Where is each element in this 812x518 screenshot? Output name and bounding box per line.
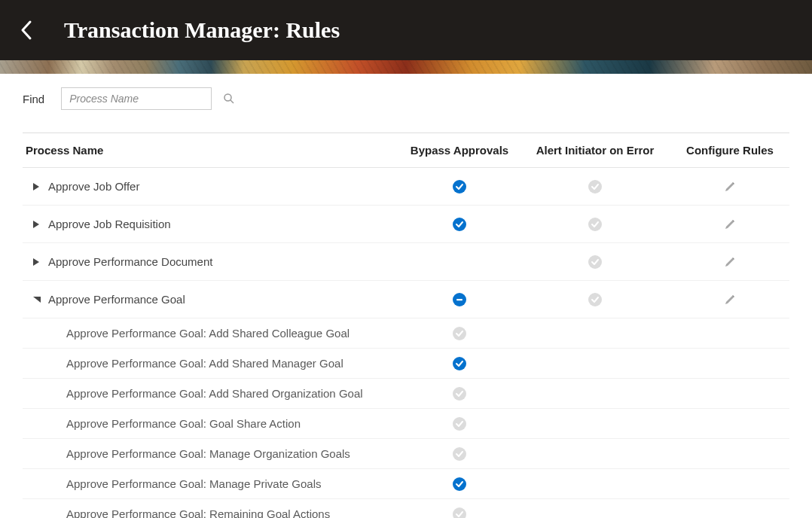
expand-button[interactable] — [33, 258, 41, 266]
expand-button[interactable] — [33, 183, 41, 190]
process-name: Approve Performance Goal: Add Shared Man… — [66, 357, 343, 370]
process-name[interactable]: Approve Job Requisition — [48, 218, 171, 230]
process-cell: Approve Performance Goal: Add Shared Col… — [23, 327, 399, 340]
check-enabled-icon[interactable] — [453, 387, 466, 401]
process-name: Approve Performance Goal: Add Shared Col… — [66, 327, 350, 340]
svg-point-7 — [588, 218, 602, 231]
find-bar: Find — [23, 87, 789, 110]
check-enabled-icon[interactable] — [453, 417, 466, 431]
process-cell: Approve Performance Document — [23, 255, 399, 268]
col-header-bypass: Bypass Approvals — [399, 144, 520, 157]
check-enabled-icon[interactable] — [588, 180, 602, 193]
alert-cell — [520, 255, 670, 269]
bypass-cell — [399, 293, 520, 306]
config-cell — [670, 294, 789, 306]
app-header: Transaction Manager: Rules — [0, 0, 812, 60]
table-row: Approve Performance Goal: Add Shared Org… — [23, 379, 789, 409]
process-name[interactable]: Approve Performance Goal — [48, 293, 185, 306]
check-enabled-icon[interactable] — [453, 477, 466, 491]
check-enabled-icon[interactable] — [453, 180, 466, 193]
table-row: Approve Performance Goal: Add Shared Col… — [23, 318, 789, 349]
svg-point-14 — [453, 327, 466, 340]
process-name: Approve Performance Goal: Remaining Goal… — [66, 507, 330, 518]
check-partial-icon[interactable] — [453, 293, 466, 306]
page-title: Transaction Manager: Rules — [64, 17, 340, 43]
col-header-alert: Alert Initiator on Error — [520, 144, 670, 157]
table-row: Approve Performance Goal — [23, 281, 789, 318]
pencil-icon — [724, 181, 736, 193]
table-row: Approve Performance Goal: Add Shared Man… — [23, 349, 789, 379]
col-header-process: Process Name — [23, 144, 399, 157]
edit-button[interactable] — [724, 256, 736, 268]
table-row: Approve Performance Goal: Manage Private… — [23, 469, 789, 499]
collapse-button[interactable] — [33, 297, 41, 303]
process-name: Approve Performance Goal: Manage Organiz… — [66, 447, 350, 460]
table-row: Approve Performance Goal: Goal Share Act… — [23, 409, 789, 439]
check-enabled-icon[interactable] — [453, 507, 466, 519]
back-button[interactable] — [15, 19, 38, 41]
find-label: Find — [23, 93, 44, 105]
alert-cell — [520, 218, 670, 231]
config-cell — [670, 256, 789, 268]
svg-marker-10 — [33, 297, 41, 303]
edit-button[interactable] — [724, 294, 736, 306]
process-name: Approve Performance Goal: Goal Share Act… — [66, 417, 301, 430]
check-enabled-icon[interactable] — [453, 218, 466, 231]
bypass-cell — [399, 387, 520, 401]
bypass-cell — [399, 180, 520, 193]
check-enabled-icon[interactable] — [588, 218, 602, 231]
process-cell: Approve Performance Goal — [23, 293, 399, 306]
svg-point-9 — [588, 255, 602, 269]
pencil-icon — [724, 294, 736, 306]
find-input[interactable] — [61, 87, 212, 110]
svg-point-19 — [453, 477, 466, 491]
process-cell: Approve Performance Goal: Remaining Goal… — [23, 507, 399, 518]
expand-button[interactable] — [33, 221, 41, 228]
svg-marker-2 — [33, 183, 39, 190]
check-enabled-icon[interactable] — [453, 327, 466, 340]
pencil-icon — [724, 256, 736, 268]
bypass-cell — [399, 327, 520, 340]
chevron-left-icon — [20, 20, 33, 41]
config-cell — [670, 181, 789, 193]
svg-point-18 — [453, 447, 466, 461]
svg-marker-8 — [33, 258, 39, 266]
bypass-cell — [399, 218, 520, 231]
svg-point-17 — [453, 417, 466, 431]
edit-button[interactable] — [724, 218, 736, 230]
svg-point-13 — [588, 293, 602, 306]
bypass-cell — [399, 417, 520, 431]
svg-marker-5 — [33, 221, 39, 228]
svg-point-3 — [453, 180, 466, 193]
check-enabled-icon[interactable] — [588, 293, 602, 306]
check-enabled-icon[interactable] — [453, 357, 466, 370]
triangle-right-icon — [33, 221, 39, 228]
process-cell: Approve Job Offer — [23, 180, 399, 193]
alert-cell — [520, 293, 670, 306]
process-cell: Approve Job Requisition — [23, 218, 399, 230]
process-name[interactable]: Approve Performance Document — [48, 255, 212, 268]
edit-button[interactable] — [724, 181, 736, 193]
svg-point-15 — [453, 357, 466, 370]
check-enabled-icon[interactable] — [453, 447, 466, 461]
rules-table: Process Name Bypass Approvals Alert Init… — [23, 133, 789, 518]
col-header-config: Configure Rules — [670, 144, 789, 157]
check-enabled-icon[interactable] — [588, 255, 602, 269]
table-row: Approve Performance Document — [23, 243, 789, 281]
triangle-right-icon — [33, 258, 39, 266]
svg-point-6 — [453, 218, 466, 231]
search-button[interactable] — [223, 93, 235, 105]
table-header-row: Process Name Bypass Approvals Alert Init… — [23, 133, 789, 168]
svg-point-16 — [453, 387, 466, 401]
process-cell: Approve Performance Goal: Manage Private… — [23, 477, 399, 490]
process-cell: Approve Performance Goal: Add Shared Org… — [23, 387, 399, 400]
process-cell: Approve Performance Goal: Add Shared Man… — [23, 357, 399, 370]
svg-line-1 — [230, 100, 234, 103]
main-content: Find Process Name Bypass Approvals Alert… — [0, 74, 812, 518]
svg-point-4 — [588, 180, 602, 193]
process-cell: Approve Performance Goal: Goal Share Act… — [23, 417, 399, 430]
table-row: Approve Job Offer — [23, 168, 789, 206]
process-cell: Approve Performance Goal: Manage Organiz… — [23, 447, 399, 460]
process-name[interactable]: Approve Job Offer — [48, 180, 139, 193]
alert-cell — [520, 180, 670, 193]
